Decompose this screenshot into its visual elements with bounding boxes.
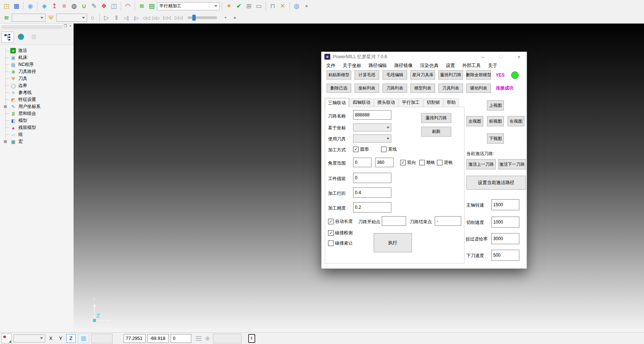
menu-path-mirror[interactable]: 路径镜像 bbox=[394, 63, 413, 69]
block-edit-button[interactable]: 毛坯编辑 bbox=[383, 70, 407, 80]
menu-external-tools[interactable]: 外部工具 bbox=[462, 63, 481, 69]
close-icon[interactable]: × bbox=[68, 24, 73, 28]
tool-select-combobox[interactable] bbox=[56, 14, 87, 22]
collision-avoid-checkbox[interactable]: 碰撞避让 bbox=[328, 240, 353, 246]
pattern-icon[interactable]: ❖ bbox=[99, 1, 108, 11]
leads-links-icon[interactable]: ∪ bbox=[79, 1, 89, 11]
model-compare-icon[interactable]: ◎ bbox=[292, 1, 301, 11]
tree-item-label[interactable]: 边界 bbox=[18, 83, 27, 89]
tree-item-boundary[interactable]: ◯ 边界 bbox=[0, 82, 74, 89]
menu-settings[interactable]: 设置 bbox=[446, 63, 455, 69]
tree-item-machine[interactable]: ▣ 机床 bbox=[0, 54, 74, 61]
reorder-toolpath-button[interactable]: 重排列刀路 bbox=[421, 113, 451, 123]
coord-list-button[interactable]: 坐标列表 bbox=[355, 84, 379, 93]
tab-parallel[interactable]: 平行加工 bbox=[399, 98, 423, 107]
tree-item-label[interactable]: NC程序 bbox=[18, 62, 33, 68]
toolbar-close-icon[interactable]: × bbox=[302, 1, 311, 11]
rewind-icon[interactable]: ◁◁ bbox=[142, 13, 151, 22]
screen-pause-icon[interactable]: ‖ bbox=[248, 334, 255, 343]
activate-prev-toolpath-button[interactable]: 激活上一刀路 bbox=[466, 159, 496, 169]
skim-feed-input[interactable] bbox=[491, 233, 519, 244]
angle-end-input[interactable] bbox=[375, 158, 394, 167]
end-point-input[interactable] bbox=[435, 216, 461, 226]
gauge-check-icon[interactable]: ✔ bbox=[234, 1, 243, 11]
grid-toggle-button[interactable]: ▦ bbox=[78, 334, 89, 343]
lightbulb-icon[interactable]: ○ bbox=[88, 13, 97, 22]
tab-explorer-tree[interactable] bbox=[1, 32, 14, 43]
tree-item-label[interactable]: 组 bbox=[18, 131, 23, 138]
tree-item-label[interactable]: 机床 bbox=[18, 55, 27, 61]
tree-item-label[interactable]: 层和组合 bbox=[18, 110, 36, 117]
go-to-end-icon[interactable]: ▷▷| bbox=[173, 13, 184, 22]
auto-length-checkbox[interactable]: ✓ 自动长度 bbox=[328, 218, 353, 225]
collision-check-checkbox[interactable]: ✓ 碰撞检测 bbox=[328, 230, 353, 236]
step-back-icon[interactable]: ◁| bbox=[122, 13, 131, 22]
toolpath-icon[interactable]: ≋ bbox=[137, 1, 146, 11]
model-list-button[interactable]: 模型列表 bbox=[410, 84, 435, 93]
view-left-button[interactable]: 左视图 bbox=[466, 116, 483, 126]
expand-icon[interactable]: ⊞ bbox=[3, 140, 7, 144]
tree-item-pattern[interactable]: ✕ 参考线 bbox=[0, 89, 74, 96]
bidirectional-checkbox[interactable]: ✓ 双向 bbox=[400, 159, 416, 166]
tab-4axis[interactable]: 四轴联动 bbox=[349, 98, 374, 107]
save-project-icon[interactable]: ▦ bbox=[12, 1, 21, 11]
tree-item-label[interactable]: 刀具 bbox=[18, 76, 27, 82]
minimize-button[interactable]: – bbox=[475, 52, 491, 62]
toolpath-name-input[interactable] bbox=[353, 110, 391, 120]
explorer-docking-bar[interactable]: ❐ × bbox=[0, 24, 74, 29]
measure-input[interactable] bbox=[213, 334, 242, 343]
tab-explorer-globe[interactable] bbox=[15, 32, 27, 42]
stepover-input[interactable] bbox=[353, 187, 391, 198]
tool-library-button[interactable]: 星河刀具库 bbox=[410, 70, 435, 80]
rapid-move-heights-icon[interactable]: ↥ bbox=[50, 1, 59, 11]
tolerance-input[interactable] bbox=[353, 202, 391, 213]
method-circle-checkbox[interactable]: ✓ 圆形 bbox=[353, 146, 369, 152]
tree-item-label[interactable]: 特征设置 bbox=[18, 96, 36, 103]
tab-help[interactable]: 帮助 bbox=[444, 98, 459, 107]
tree-item-label[interactable]: 参考线 bbox=[18, 89, 32, 96]
tree-item-label[interactable]: 激活 bbox=[18, 48, 27, 54]
block-icon[interactable]: ◆ bbox=[40, 1, 49, 11]
selection-tool-button[interactable] bbox=[1, 334, 12, 343]
tree-item-label[interactable]: 用户坐标系 bbox=[18, 103, 40, 110]
go-to-start-icon[interactable]: |◁◁ bbox=[161, 13, 172, 22]
cursor-z-input[interactable] bbox=[171, 334, 191, 343]
spindle-speed-input[interactable] bbox=[491, 199, 519, 210]
toolpath-verify-icon[interactable]: ✶ bbox=[224, 1, 234, 11]
statusbar-combobox[interactable] bbox=[14, 334, 45, 343]
grid-size-input[interactable] bbox=[91, 334, 113, 343]
angle-start-input[interactable] bbox=[353, 158, 371, 167]
menu-file[interactable]: 文件 bbox=[326, 63, 335, 69]
tree-item-feature-set[interactable]: ◩ 特征设置 bbox=[0, 96, 74, 103]
method-line-checkbox[interactable]: 直线 bbox=[381, 146, 397, 152]
expand-icon[interactable]: ⊞ bbox=[3, 105, 7, 109]
calc-block-button[interactable]: 计算毛坯 bbox=[355, 70, 379, 80]
set-active-path-button[interactable]: 设置当前激活路径 bbox=[466, 176, 526, 190]
probe-position-icon[interactable]: ⊕ bbox=[205, 335, 210, 342]
stock-remain-input[interactable] bbox=[353, 173, 391, 183]
close-button[interactable]: × bbox=[511, 52, 527, 62]
axis-z-button[interactable]: Z bbox=[66, 334, 76, 343]
swap-axes-icon[interactable]: ✕ bbox=[278, 1, 287, 11]
view-top-button[interactable]: 上视图 bbox=[487, 100, 504, 110]
plunge-feed-input[interactable] bbox=[491, 250, 519, 261]
menu-render-sim[interactable]: 渲染仿真 bbox=[420, 63, 438, 69]
drive-list-button[interactable]: 驱动列表 bbox=[466, 84, 491, 93]
play-icon[interactable]: ▷ bbox=[102, 13, 111, 22]
step-forward-icon[interactable]: |▷ bbox=[132, 13, 141, 22]
execute-button[interactable]: 执行 bbox=[374, 233, 412, 252]
conventional-mill-checkbox[interactable]: 逆铣 bbox=[437, 159, 453, 166]
tree-item-workplane[interactable]: ⊞ ✎ 用户坐标系 bbox=[0, 103, 74, 110]
menu-about[interactable]: 关于 bbox=[488, 63, 497, 69]
view-right-button[interactable]: 右视图 bbox=[508, 116, 524, 126]
calculator-icon[interactable]: ⊞ bbox=[244, 1, 253, 11]
tool-compare-icon[interactable]: ⊓ bbox=[268, 1, 277, 11]
dialog-title-bar[interactable]: ★ PowerMILL 忆梦星河 7.0.6 – □ × bbox=[321, 52, 527, 62]
tree-item-activate[interactable]: > 激活 bbox=[0, 47, 74, 54]
activate-next-toolpath-button[interactable]: 激活下一刀路 bbox=[498, 159, 526, 169]
tree-item-stock-model[interactable]: ▲ 残留模型 bbox=[0, 124, 74, 131]
workplane-edit-icon[interactable]: ✎ bbox=[89, 1, 99, 11]
tree-item-toolpath[interactable]: ≋ 刀具路径 bbox=[0, 68, 74, 75]
tree-item-label[interactable]: 刀具路径 bbox=[18, 69, 36, 75]
tree-item-label[interactable]: 残留模型 bbox=[18, 124, 36, 131]
